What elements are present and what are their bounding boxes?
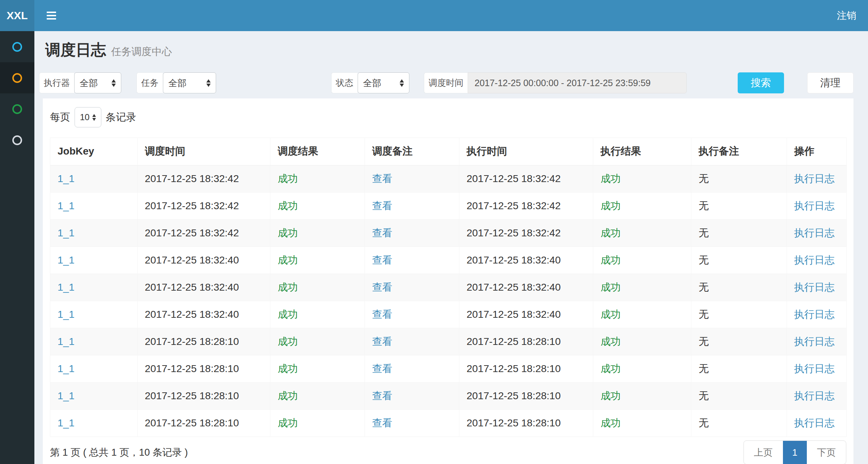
- table-cell: 2017-12-25 18:28:10: [459, 383, 593, 410]
- trigger-msg-link[interactable]: 查看: [372, 309, 392, 320]
- sidebar-item[interactable]: [0, 125, 34, 156]
- job-key-link[interactable]: 1_1: [58, 336, 75, 347]
- table-cell: 查看: [365, 193, 459, 220]
- table-cell: 执行日志: [787, 274, 847, 301]
- column-header: JobKey: [50, 138, 138, 165]
- handle-time: 2017-12-25 18:32:40: [467, 254, 561, 266]
- table-cell: 执行日志: [787, 301, 847, 328]
- trigger-time: 2017-12-25 18:32:42: [145, 200, 239, 211]
- page-subtitle: 任务调度中心: [111, 45, 172, 59]
- sidebar-item[interactable]: [0, 93, 34, 125]
- table-cell: 执行日志: [787, 328, 847, 355]
- top-navbar: XXL 注销: [0, 0, 868, 31]
- trigger-time: 2017-12-25 18:32:40: [145, 254, 239, 266]
- job-key-link[interactable]: 1_1: [58, 200, 75, 211]
- trigger-msg-link[interactable]: 查看: [372, 336, 392, 347]
- handle-time: 2017-12-25 18:28:10: [467, 363, 561, 374]
- trigger-msg-link[interactable]: 查看: [372, 173, 392, 184]
- page-size-select[interactable]: 10: [75, 107, 101, 127]
- trigger-msg-link[interactable]: 查看: [372, 417, 392, 429]
- table-cell: 执行日志: [787, 383, 847, 410]
- handle-result: 成功: [601, 363, 621, 374]
- hamburger-menu-icon[interactable]: [45, 9, 58, 22]
- job-select[interactable]: 全部: [163, 72, 216, 93]
- table-cell: 成功: [593, 355, 691, 383]
- table-row: 1_12017-12-25 18:32:40成功查看2017-12-25 18:…: [50, 301, 847, 328]
- select-arrows-icon: [206, 79, 211, 87]
- trigger-time-filter-label: 调度时间: [424, 72, 468, 93]
- sidebar-item[interactable]: [0, 62, 34, 93]
- sidebar-item[interactable]: [0, 31, 34, 62]
- exec-log-link[interactable]: 执行日志: [794, 282, 835, 293]
- search-button[interactable]: 搜索: [738, 72, 784, 93]
- table-row: 1_12017-12-25 18:28:10成功查看2017-12-25 18:…: [50, 355, 847, 383]
- exec-log-link[interactable]: 执行日志: [794, 363, 835, 374]
- table-cell: 成功: [270, 301, 365, 328]
- handle-msg: 无: [699, 227, 709, 239]
- prev-page-button[interactable]: 上页: [744, 441, 783, 464]
- exec-log-link[interactable]: 执行日志: [794, 227, 835, 239]
- job-key-link[interactable]: 1_1: [58, 173, 75, 184]
- status-select[interactable]: 全部: [358, 72, 409, 93]
- trigger-msg-link[interactable]: 查看: [372, 227, 392, 239]
- exec-log-link[interactable]: 执行日志: [794, 173, 835, 184]
- job-key-link[interactable]: 1_1: [58, 309, 75, 320]
- exec-log-link[interactable]: 执行日志: [794, 390, 835, 401]
- table-cell: 2017-12-25 18:32:42: [138, 165, 270, 193]
- handle-msg: 无: [699, 336, 709, 347]
- trigger-msg-link[interactable]: 查看: [372, 200, 392, 211]
- table-cell: 2017-12-25 18:28:10: [459, 355, 593, 383]
- job-key-link[interactable]: 1_1: [58, 254, 75, 266]
- table-cell: 执行日志: [787, 220, 847, 247]
- exec-log-link[interactable]: 执行日志: [794, 309, 835, 320]
- trigger-msg-link[interactable]: 查看: [372, 363, 392, 374]
- table-cell: 1_1: [50, 328, 138, 355]
- handle-result: 成功: [601, 417, 621, 429]
- trigger-time-range-input[interactable]: 2017-12-25 00:00:00 - 2017-12-25 23:59:5…: [468, 72, 687, 93]
- table-row: 1_12017-12-25 18:32:40成功查看2017-12-25 18:…: [50, 247, 847, 274]
- table-cell: 查看: [365, 383, 459, 410]
- table-cell: 无: [691, 193, 787, 220]
- job-key-link[interactable]: 1_1: [58, 390, 75, 401]
- table-cell: 2017-12-25 18:28:10: [459, 328, 593, 355]
- table-cell: 成功: [593, 274, 691, 301]
- exec-log-link[interactable]: 执行日志: [794, 336, 835, 347]
- executor-select[interactable]: 全部: [74, 72, 121, 93]
- trigger-result: 成功: [278, 309, 298, 320]
- table-cell: 成功: [593, 301, 691, 328]
- clear-button[interactable]: 清理: [807, 72, 854, 93]
- job-key-link[interactable]: 1_1: [58, 363, 75, 374]
- job-key-link[interactable]: 1_1: [58, 282, 75, 293]
- table-cell: 1_1: [50, 301, 138, 328]
- trigger-time: 2017-12-25 18:28:10: [145, 390, 239, 401]
- table-cell: 1_1: [50, 383, 138, 410]
- content-area: 调度日志 任务调度中心 执行器 全部 任务 全部 状态 全部: [34, 31, 868, 464]
- job-key-link[interactable]: 1_1: [58, 417, 75, 429]
- handle-time: 2017-12-25 18:32:42: [467, 227, 561, 239]
- column-header: 操作: [787, 138, 847, 165]
- column-header: 调度结果: [270, 138, 365, 165]
- page-size-suffix: 条记录: [106, 110, 136, 124]
- app-logo[interactable]: XXL: [0, 0, 34, 31]
- exec-log-link[interactable]: 执行日志: [794, 254, 835, 266]
- table-cell: 1_1: [50, 410, 138, 437]
- table-cell: 执行日志: [787, 247, 847, 274]
- current-page-button[interactable]: 1: [783, 441, 807, 464]
- next-page-button[interactable]: 下页: [807, 441, 846, 464]
- logout-link[interactable]: 注销: [837, 9, 856, 22]
- trigger-msg-link[interactable]: 查看: [372, 254, 392, 266]
- trigger-msg-link[interactable]: 查看: [372, 282, 392, 293]
- table-cell: 成功: [270, 355, 365, 383]
- table-row: 1_12017-12-25 18:32:42成功查看2017-12-25 18:…: [50, 193, 847, 220]
- circle-icon: [12, 73, 22, 83]
- exec-log-link[interactable]: 执行日志: [794, 417, 835, 429]
- table-cell: 执行日志: [787, 410, 847, 437]
- exec-log-link[interactable]: 执行日志: [794, 200, 835, 211]
- job-key-link[interactable]: 1_1: [58, 227, 75, 239]
- handle-msg: 无: [699, 417, 709, 429]
- table-cell: 成功: [270, 247, 365, 274]
- table-cell: 执行日志: [787, 355, 847, 383]
- trigger-msg-link[interactable]: 查看: [372, 390, 392, 401]
- table-cell: 1_1: [50, 247, 138, 274]
- table-row: 1_12017-12-25 18:32:42成功查看2017-12-25 18:…: [50, 165, 847, 193]
